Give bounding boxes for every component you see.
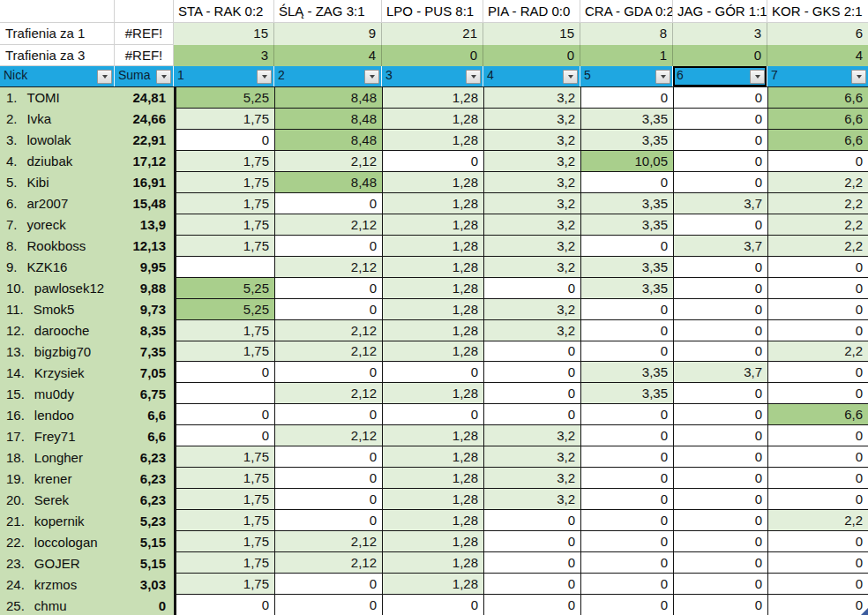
score-cell[interactable]: 0	[483, 510, 580, 531]
score-cell[interactable]: 0	[673, 404, 767, 425]
score-cell[interactable]: 1,75	[174, 574, 274, 595]
score-cell[interactable]: 0	[673, 214, 767, 236]
score-cell[interactable]: 0	[483, 552, 580, 574]
score-cell[interactable]: 1,75	[174, 214, 274, 236]
score-cell[interactable]: 1,28	[382, 425, 483, 446]
score-cell[interactable]: 0	[673, 425, 767, 446]
score-cell[interactable]: 0	[580, 299, 673, 320]
filter-cell-match-2[interactable]: 2	[274, 66, 382, 86]
score-cell[interactable]: 3,7	[673, 362, 767, 383]
score-cell[interactable]: 3,35	[580, 130, 673, 151]
player-name-cell[interactable]: 6.ar200715,48	[0, 193, 174, 214]
player-name-cell[interactable]: 3.lowolak22,91	[0, 130, 174, 151]
score-cell[interactable]: 0	[767, 278, 868, 299]
score-cell[interactable]: 0	[174, 404, 274, 425]
ref-error-cell[interactable]: #REF!	[115, 23, 174, 45]
score-cell[interactable]: 3,2	[483, 320, 580, 341]
hits-1-label-cell[interactable]: Trafienia za 1	[0, 23, 115, 45]
hits-count-cell[interactable]: 4	[767, 45, 868, 66]
player-name-cell[interactable]: 25.chmu0	[0, 595, 174, 615]
score-cell[interactable]: 1,75	[174, 320, 274, 341]
score-cell[interactable]: 0	[673, 489, 767, 510]
filter-cell-match-7[interactable]: 7	[767, 66, 868, 86]
score-cell[interactable]: 0	[673, 257, 767, 278]
score-cell[interactable]: 0	[483, 404, 580, 425]
score-cell[interactable]: 3,35	[580, 109, 673, 130]
score-cell[interactable]: 0	[580, 595, 673, 615]
player-name-cell[interactable]: 2.Ivka24,66	[0, 109, 174, 130]
score-cell[interactable]: 0	[483, 531, 580, 552]
score-cell[interactable]: 0	[580, 404, 673, 425]
score-cell[interactable]: 0	[580, 172, 673, 193]
score-cell[interactable]: 0	[274, 404, 382, 425]
filter-dropdown-button[interactable]	[466, 70, 481, 84]
score-cell[interactable]: 3,35	[580, 362, 673, 383]
match-result-header[interactable]: PIA - RAD 0:0	[483, 0, 580, 23]
score-cell[interactable]: 1,28	[382, 531, 483, 552]
score-cell[interactable]: 0	[580, 236, 673, 257]
score-cell[interactable]: 0	[673, 278, 767, 299]
score-cell[interactable]: 1,28	[382, 341, 483, 363]
score-cell[interactable]: 1,28	[382, 172, 483, 193]
score-cell[interactable]: 0	[274, 236, 382, 257]
match-result-header[interactable]: STA - RAK 0:2	[174, 0, 274, 23]
player-name-cell[interactable]: 9.KZK169,95	[0, 257, 174, 278]
filter-cell-suma[interactable]: Suma	[115, 66, 174, 86]
score-cell[interactable]: 3,2	[483, 489, 580, 510]
score-cell[interactable]: 2,12	[274, 552, 382, 574]
score-cell[interactable]: 1,75	[174, 552, 274, 574]
player-name-cell[interactable]: 1.TOMI24,81	[0, 87, 174, 109]
score-cell[interactable]: 0	[673, 109, 767, 130]
score-cell[interactable]: 0	[274, 193, 382, 214]
score-cell[interactable]: 0	[382, 595, 483, 615]
score-cell[interactable]: 0	[673, 574, 767, 595]
score-cell[interactable]: 6,6	[767, 109, 868, 130]
score-cell[interactable]: 0	[483, 278, 580, 299]
player-name-cell[interactable]: 22.loccologan5,15	[0, 531, 174, 552]
score-cell[interactable]: 1,75	[174, 531, 274, 552]
score-cell[interactable]: 1,75	[174, 510, 274, 531]
filter-dropdown-button[interactable]	[97, 70, 112, 84]
score-cell[interactable]: 2,2	[767, 193, 868, 214]
player-name-cell[interactable]: 23.GOJER5,15	[0, 552, 174, 574]
score-cell[interactable]: 2,12	[274, 425, 382, 446]
player-name-cell[interactable]: 24.krzmos3,03	[0, 574, 174, 595]
score-cell[interactable]: 0	[673, 87, 767, 109]
score-cell[interactable]: 0	[580, 552, 673, 574]
score-cell[interactable]: 1,28	[382, 489, 483, 510]
score-cell[interactable]: 2,2	[767, 214, 868, 236]
filter-dropdown-button[interactable]	[563, 70, 578, 84]
score-cell[interactable]: 0	[673, 341, 767, 363]
score-cell[interactable]: 1,28	[382, 214, 483, 236]
hits-count-cell[interactable]: 0	[483, 45, 580, 66]
hits-count-cell[interactable]: 4	[274, 45, 382, 66]
score-cell[interactable]: 1,28	[382, 236, 483, 257]
score-cell[interactable]: 3,2	[483, 214, 580, 236]
score-cell[interactable]: 0	[673, 130, 767, 151]
score-cell[interactable]: 0	[673, 531, 767, 552]
player-name-cell[interactable]: 16.lendoo6,6	[0, 404, 174, 425]
score-cell[interactable]: 0	[382, 404, 483, 425]
score-cell[interactable]: 0	[580, 341, 673, 363]
filter-dropdown-button[interactable]	[364, 70, 379, 84]
score-cell[interactable]	[174, 257, 274, 278]
filter-cell-match-1[interactable]: 1	[174, 66, 274, 86]
score-cell[interactable]: 3,2	[483, 172, 580, 193]
score-cell[interactable]: 0	[483, 341, 580, 363]
score-cell[interactable]: 0	[274, 595, 382, 615]
score-cell[interactable]: 1,28	[382, 574, 483, 595]
score-cell[interactable]: 3,2	[483, 236, 580, 257]
score-cell[interactable]: 0	[483, 595, 580, 615]
score-cell[interactable]: 0	[274, 468, 382, 489]
filter-cell-match-5[interactable]: 5	[580, 66, 673, 86]
player-name-cell[interactable]: 11.Smok59,73	[0, 299, 174, 320]
score-cell[interactable]: 2,2	[767, 236, 868, 257]
score-cell[interactable]: 1,28	[382, 468, 483, 489]
score-cell[interactable]: 1,28	[382, 446, 483, 468]
hits-count-cell[interactable]: 8	[580, 23, 673, 45]
score-cell[interactable]: 0	[483, 362, 580, 383]
score-cell[interactable]: 3,2	[483, 257, 580, 278]
score-cell[interactable]: 0	[274, 446, 382, 468]
player-name-cell[interactable]: 21.kopernik5,23	[0, 510, 174, 531]
score-cell[interactable]: 6,6	[767, 130, 868, 151]
